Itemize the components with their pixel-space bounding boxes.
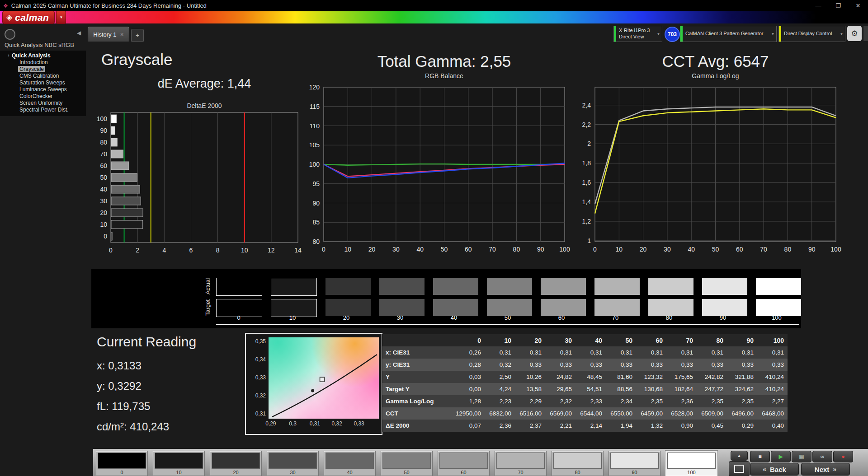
save-icon: ▦ <box>799 453 804 460</box>
display-control-dropdown[interactable]: Direct Display Control ▼ <box>778 26 845 42</box>
next-button[interactable]: Next » <box>801 463 850 476</box>
close-button[interactable]: ✕ <box>848 2 868 9</box>
sidebar-item-grayscale[interactable]: Grayscale <box>0 65 86 72</box>
table-row: Y0,032,5010,2624,8248,4581,60123,32175,6… <box>382 371 788 383</box>
svg-text:0: 0 <box>593 246 597 253</box>
table-col-header: 10 <box>485 334 515 346</box>
sidebar-item-introduction[interactable]: Introduction <box>0 59 86 65</box>
table-cell: 81,60 <box>606 371 636 383</box>
target-row-label: Target <box>204 294 212 321</box>
pattern-up-button[interactable]: ▲ <box>731 451 748 461</box>
meter-name: X-Rite i1Pro 3 <box>619 28 652 34</box>
add-tab-button[interactable]: + <box>131 29 144 42</box>
pattern-tile-label: 90 <box>609 470 660 475</box>
table-cell: 0,31 <box>697 346 727 359</box>
sidebar-item-spectral-power-dist-[interactable]: Spectral Power Dist. <box>0 106 86 113</box>
cie-x-tick-label: 0,31 <box>306 420 324 427</box>
titlebar: ❖ Calman 2025 Calman Ultimate for Busine… <box>0 0 868 11</box>
play-button[interactable]: ▶ <box>771 451 791 462</box>
table-cell: 48,45 <box>576 371 606 383</box>
rgb-balance-chart: 8085909510010511011512001020304050607080… <box>287 80 604 263</box>
app-icon: ❖ <box>3 3 8 9</box>
tree-expander-icon[interactable]: › <box>5 53 12 58</box>
target-patch-70 <box>594 299 640 316</box>
actual-patch-60 <box>541 278 586 295</box>
reading-x: x: 0,3133 <box>97 359 196 372</box>
table-cell: 123,32 <box>636 371 666 383</box>
svg-text:90: 90 <box>100 127 107 134</box>
calman-logo-button[interactable]: ◈ calman ▼ <box>2 11 66 24</box>
pattern-tile-30[interactable]: 30 <box>267 451 319 476</box>
pattern-toolbar: ▲ « Back Next » 0102030405060708090100■▶… <box>93 449 868 476</box>
save-button[interactable]: ▦ <box>792 451 811 462</box>
table-cell: 6516,00 <box>515 407 545 420</box>
table-cell: 2,35 <box>727 395 757 407</box>
sidebar-item-colorchecker[interactable]: ColorChecker <box>0 93 86 99</box>
table-cell: 2,50 <box>485 371 515 383</box>
patch-level-label: 70 <box>593 314 638 321</box>
table-row: x: CIE310,260,310,310,310,310,310,310,31… <box>382 346 788 359</box>
pattern-tile-20[interactable]: 20 <box>210 451 262 476</box>
settings-gear-button[interactable]: ⚙ <box>847 26 862 41</box>
sidebar-item-label: Grayscale <box>18 66 45 72</box>
pattern-tile-0[interactable]: 0 <box>96 451 148 476</box>
table-cell: 6569,00 <box>545 407 576 420</box>
sidebar-item-saturation-sweeps[interactable]: Saturation Sweeps <box>0 79 86 86</box>
minimize-button[interactable]: — <box>808 2 828 9</box>
svg-text:30: 30 <box>392 246 400 253</box>
pattern-generator-dropdown[interactable]: CalMAN Client 3 Pattern Generator ▼ <box>680 26 777 42</box>
session-circle-button[interactable] <box>5 29 15 40</box>
patch-level-label: 50 <box>485 314 530 321</box>
pattern-tile-50[interactable]: 50 <box>381 451 433 476</box>
table-row-label: Target Y <box>382 383 454 395</box>
pattern-tile-label: 40 <box>324 470 375 475</box>
table-row-label: CCT <box>382 407 454 420</box>
tree-node-quick-analysis[interactable]: ›Quick Analysis <box>0 52 86 59</box>
meter-dropdown[interactable]: X-Rite i1Pro 3 Direct View ▼ <box>613 26 662 42</box>
tab-close-icon[interactable]: ✕ <box>120 32 123 37</box>
pattern-tile-60[interactable]: 60 <box>438 451 490 476</box>
pattern-tile-swatch <box>382 453 431 469</box>
sidebar-item-luminance-sweeps[interactable]: Luminance Sweeps <box>0 86 86 93</box>
maximize-button[interactable]: ❐ <box>828 2 848 9</box>
record-button[interactable]: ● <box>833 451 853 462</box>
grayscale-patch-band: Actual Target 0102030405060708090100 <box>91 269 801 328</box>
stop-button[interactable]: ■ <box>750 451 770 462</box>
table-cell: 175,65 <box>666 371 697 383</box>
svg-text:80: 80 <box>312 238 320 245</box>
svg-text:60: 60 <box>736 246 743 253</box>
table-corner <box>382 334 454 346</box>
back-button[interactable]: « Back <box>750 463 799 476</box>
table-cell: 0,33 <box>606 359 636 371</box>
sidebar-item-label: Luminance Sweeps <box>18 86 68 93</box>
table-cell: 6509,00 <box>697 407 727 420</box>
svg-text:6: 6 <box>189 247 193 254</box>
pattern-generator-name: CalMAN Client 3 Pattern Generator <box>685 31 767 37</box>
calman-diamond-icon: ◈ <box>6 13 12 22</box>
pattern-window-button[interactable] <box>729 461 750 476</box>
sidebar-item-cms-calibration[interactable]: CMS Calibration <box>0 72 86 79</box>
sidebar-item-label: Spectral Power Dist. <box>18 107 70 113</box>
logo-menu-caret-icon[interactable]: ▼ <box>56 11 66 24</box>
pattern-tile-10[interactable]: 10 <box>153 451 205 476</box>
cie-y-tick-label: 0,33 <box>248 374 266 381</box>
svg-text:0: 0 <box>109 247 113 254</box>
pattern-tile-80[interactable]: 80 <box>552 451 604 476</box>
pattern-tile-100[interactable]: 100 <box>665 451 717 476</box>
overflow-button[interactable] <box>863 26 868 41</box>
table-cell: 0,33 <box>727 359 757 371</box>
loop-button[interactable]: ∞ <box>812 451 832 462</box>
actual-patch-50 <box>487 278 532 295</box>
sidebar-collapse-icon[interactable]: ◀ <box>77 30 81 36</box>
pattern-tile-90[interactable]: 90 <box>609 451 660 476</box>
svg-text:2: 2 <box>587 140 591 147</box>
sidebar-item-screen-uniformity[interactable]: Screen Uniformity <box>0 99 86 106</box>
table-cell: 242,82 <box>697 371 727 383</box>
pattern-tile-40[interactable]: 40 <box>324 451 376 476</box>
pattern-tile-swatch <box>667 453 716 469</box>
pattern-tile-70[interactable]: 70 <box>495 451 547 476</box>
table-cell: 0,07 <box>454 420 485 432</box>
svg-text:70: 70 <box>489 246 496 253</box>
current-reading-title: Current Reading <box>97 334 196 350</box>
tab-history-1[interactable]: History 1 ✕ <box>88 27 129 42</box>
